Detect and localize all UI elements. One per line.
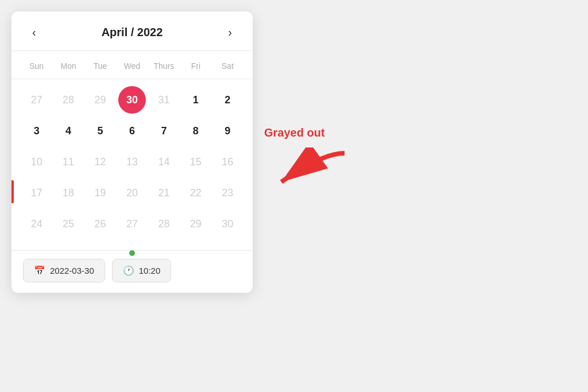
day-cell[interactable]: 14 bbox=[150, 148, 177, 176]
page-wrapper: ‹ April / 2022 › SunMonTueWedThursFriSat… bbox=[11, 11, 356, 293]
day-cell[interactable]: 16 bbox=[214, 148, 241, 176]
annotation-area: Grayed out bbox=[264, 126, 356, 193]
day-cell[interactable]: 7 bbox=[150, 117, 177, 145]
day-cell[interactable]: 21 bbox=[150, 179, 177, 207]
calendar-grid: 2728293031123456789101112131415161718192… bbox=[11, 79, 253, 250]
day-cell[interactable]: 28 bbox=[55, 86, 82, 114]
clock-icon: 🕐 bbox=[123, 265, 134, 276]
day-cell[interactable]: 10 bbox=[23, 148, 51, 176]
day-cell[interactable]: 2 bbox=[214, 86, 241, 114]
day-cell[interactable]: 31 bbox=[150, 86, 177, 114]
day-cell[interactable]: 3 bbox=[23, 117, 51, 145]
calendar-container: ‹ April / 2022 › SunMonTueWedThursFriSat… bbox=[11, 11, 253, 293]
date-picker-button[interactable]: 📅 2022-03-30 bbox=[23, 259, 105, 282]
day-cell[interactable]: 5 bbox=[87, 117, 114, 145]
weekday-label: Wed bbox=[116, 59, 148, 73]
time-value: 10:20 bbox=[139, 266, 161, 275]
day-cell[interactable]: 29 bbox=[182, 210, 210, 238]
arrow-icon bbox=[264, 148, 356, 193]
day-cell[interactable]: 20 bbox=[118, 179, 146, 207]
weekday-label: Tue bbox=[84, 59, 116, 73]
day-cell[interactable]: 15 bbox=[182, 148, 210, 176]
day-cell[interactable]: 27 bbox=[118, 210, 146, 238]
calendar-icon: 📅 bbox=[34, 265, 45, 276]
day-cell[interactable]: 1 bbox=[182, 86, 210, 114]
day-cell[interactable]: 28 bbox=[150, 210, 177, 238]
day-cell[interactable]: 6 bbox=[118, 117, 146, 145]
day-cell[interactable]: 22 bbox=[182, 179, 210, 207]
date-value: 2022-03-30 bbox=[50, 266, 94, 275]
weekday-label: Mon bbox=[52, 59, 84, 73]
prev-month-button[interactable]: ‹ bbox=[28, 24, 41, 40]
day-cell[interactable]: 18 bbox=[55, 179, 82, 207]
day-cell[interactable]: 27 bbox=[23, 86, 51, 114]
time-picker-button[interactable]: 🕐 10:20 bbox=[112, 259, 172, 282]
day-cell[interactable]: 17 bbox=[23, 179, 51, 207]
day-cell[interactable]: 29 bbox=[87, 86, 114, 114]
weekday-label: Sat bbox=[212, 59, 243, 73]
day-cell[interactable]: 30 bbox=[214, 210, 241, 238]
calendar-footer: 📅 2022-03-30 🕐 10:20 bbox=[11, 250, 253, 293]
next-month-button[interactable]: › bbox=[223, 24, 237, 40]
grayed-out-label: Grayed out bbox=[264, 126, 325, 139]
day-cell[interactable]: 30 bbox=[118, 86, 146, 114]
day-cell[interactable]: 8 bbox=[182, 117, 210, 145]
weekday-label: Sun bbox=[21, 59, 52, 73]
day-cell[interactable]: 11 bbox=[55, 148, 82, 176]
day-cell[interactable]: 9 bbox=[214, 117, 241, 145]
day-cell[interactable]: 26 bbox=[87, 210, 114, 238]
day-cell[interactable]: 13 bbox=[118, 148, 146, 176]
month-title: April / 2022 bbox=[102, 26, 163, 39]
weekday-header: SunMonTueWedThursFriSat bbox=[11, 51, 253, 79]
day-cell[interactable]: 12 bbox=[87, 148, 114, 176]
day-cell[interactable]: 24 bbox=[23, 210, 51, 238]
day-cell[interactable]: 4 bbox=[55, 117, 82, 145]
weekday-label: Thurs bbox=[148, 59, 180, 73]
calendar-header: ‹ April / 2022 › bbox=[11, 11, 253, 51]
day-cell[interactable]: 25 bbox=[55, 210, 82, 238]
weekday-label: Fri bbox=[180, 59, 211, 73]
left-red-line bbox=[11, 180, 14, 203]
scroll-indicator-dot bbox=[129, 250, 135, 256]
day-cell[interactable]: 23 bbox=[214, 179, 241, 207]
day-cell[interactable]: 19 bbox=[87, 179, 114, 207]
